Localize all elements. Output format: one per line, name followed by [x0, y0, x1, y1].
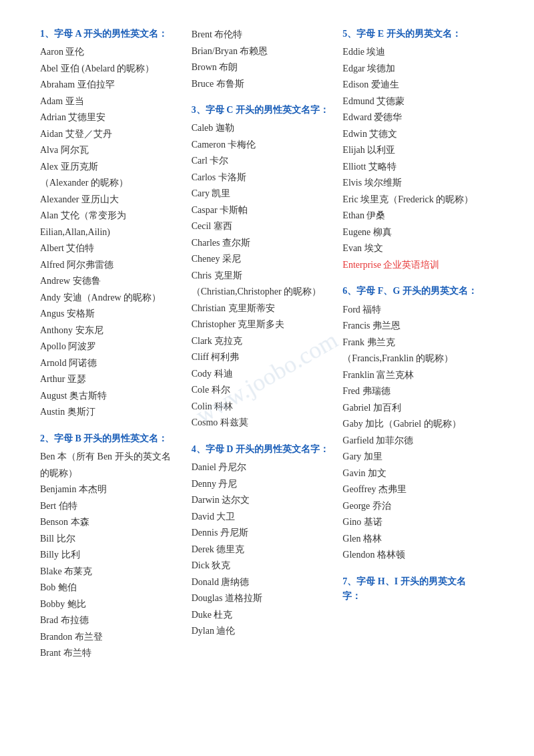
list-item: Gaby 加比（Gabriel 的昵称） [342, 416, 481, 433]
list-item: Alexander 亚历山大 [40, 192, 178, 208]
list-item: Gino 基诺 [342, 514, 481, 531]
list-item: Eric 埃里克（Frederick 的昵称） [342, 192, 481, 208]
list-item: Apollo 阿波罗 [40, 339, 178, 355]
list-item: Alva 阿尔瓦 [40, 142, 178, 159]
list-item: Fred 弗瑞德 [342, 383, 481, 400]
list-item: Glendon 格林顿 [342, 547, 481, 564]
list-item: Brown 布朗 [192, 59, 330, 76]
list-item: Cole 科尔 [192, 382, 330, 399]
list-item: Ford 福特 [342, 302, 481, 319]
list-item: Eddie 埃迪 [342, 44, 481, 61]
list-item: Carl 卡尔 [192, 153, 330, 170]
list-item: Bob 鲍伯 [40, 580, 178, 596]
main-content: 1、字母 A 开头的男性英文名：Aaron 亚伦Abel 亚伯 (Abelard… [40, 27, 494, 662]
list-item: Frank 弗兰克 [342, 335, 481, 351]
list-item: Caspar 卡斯帕 [192, 202, 330, 219]
list-item: August 奥古斯特 [40, 388, 178, 405]
list-item: Gabriel 加百利 [342, 400, 481, 417]
list-item: Aidan 艾登／艾丹 [40, 126, 178, 143]
list-item: Eugene 柳真 [342, 224, 481, 241]
list-item: Garfield 加菲尔德 [342, 433, 481, 449]
list-item: Brent 布伦特 [192, 27, 330, 43]
list-item: Benson 本森 [40, 514, 178, 531]
list-item: Glen 格林 [342, 531, 481, 548]
list-item: Clark 克拉克 [192, 333, 330, 350]
list-item: Alfred 阿尔弗雷德 [40, 257, 178, 274]
list-item: Adrian 艾德里安 [40, 110, 178, 126]
list-item: Edmund 艾德蒙 [342, 93, 481, 110]
list-item: Douglas 道格拉斯 [192, 590, 330, 607]
list-item: Benjamin 本杰明 [40, 482, 178, 498]
section-title: 3、字母 C 开头的男性英文名字： [192, 103, 330, 118]
list-item: Cody 科迪 [192, 366, 330, 383]
list-item: Ethan 伊桑 [342, 208, 481, 224]
list-item: Christopher 克里斯多夫 [192, 317, 330, 333]
list-item: Ben 本（所有 Ben 开头的英文名的昵称） [40, 449, 178, 482]
list-item: Brant 布兰特 [40, 645, 178, 662]
list-item: Geoffrey 杰弗里 [342, 482, 481, 498]
list-item: Elvis 埃尔维斯 [342, 175, 481, 192]
list-item: Adam 亚当 [40, 93, 178, 110]
list-item: Elijah 以利亚 [342, 142, 481, 159]
list-item: Aaron 亚伦 [40, 44, 178, 61]
section-title: 1、字母 A 开头的男性英文名： [40, 27, 178, 41]
list-item: Bert 伯特 [40, 498, 178, 515]
section-title: 2、字母 B 开头的男性英文名： [40, 431, 178, 446]
list-item: Cosmo 科兹莫 [192, 415, 330, 431]
list-item: Angus 安格斯 [40, 306, 178, 323]
list-item: Chris 克里斯 [192, 268, 330, 285]
list-item: Dick 狄克 [192, 558, 330, 574]
list-item: Gary 加里 [342, 449, 481, 465]
list-item: Blake 布莱克 [40, 564, 178, 580]
list-item: Cecil 塞西 [192, 218, 330, 235]
list-item: Brian/Bryan 布赖恩 [192, 43, 330, 60]
list-item: Bruce 布鲁斯 [192, 76, 330, 93]
list-item: Edgar 埃德加 [342, 61, 481, 77]
list-item: （Christian,Christopher 的昵称） [192, 284, 330, 301]
column-3: 5、字母 E 开头的男英文名：Eddie 埃迪Edgar 埃德加Edison 爱… [342, 27, 494, 607]
list-item: （Francis,Franklin 的昵称） [342, 351, 481, 367]
list-item: Arthur 亚瑟 [40, 371, 178, 388]
list-item: Duke 杜克 [192, 607, 330, 624]
spacer [40, 421, 178, 431]
spacer [342, 273, 481, 284]
spacer [342, 564, 481, 574]
list-item: Colin 科林 [192, 399, 330, 415]
list-item: Brad 布拉德 [40, 612, 178, 629]
list-item: Dylan 迪伦 [192, 623, 330, 640]
list-item: Cliff 柯利弗 [192, 349, 330, 366]
list-item: Andrew 安德鲁 [40, 273, 178, 290]
list-item: Andy 安迪（Andrew 的昵称） [40, 290, 178, 307]
list-item: Abel 亚伯 (Abelard 的昵称） [40, 61, 178, 77]
list-item: Darwin 达尔文 [192, 492, 330, 509]
list-item: Donald 唐纳德 [192, 574, 330, 591]
list-item: Francis 弗兰恩 [342, 318, 481, 335]
list-item: Derek 德里克 [192, 542, 330, 558]
list-item: Denny 丹尼 [192, 476, 330, 493]
section-title: 5、字母 E 开头的男英文名： [342, 27, 481, 41]
column-2: Brent 布伦特Brian/Bryan 布赖恩Brown 布朗Bruce 布鲁… [192, 27, 343, 640]
list-item: Anthony 安东尼 [40, 323, 178, 339]
list-item: Eilian,Allan,Ailin) [40, 224, 178, 241]
list-item: David 大卫 [192, 509, 330, 526]
list-item: Austin 奥斯汀 [40, 404, 178, 421]
list-item: Abraham 亚伯拉罕 [40, 77, 178, 93]
list-item: Dennis 丹尼斯 [192, 525, 330, 542]
section-title: 6、字母 F、G 开头的男英文名： [342, 284, 481, 299]
list-item: Edwin 艾德文 [342, 126, 481, 143]
list-item: （Alexander 的昵称） [40, 175, 178, 192]
section-title: 4、字母 D 开头的男性英文名字： [192, 442, 330, 457]
list-item: Alex 亚历克斯 [40, 159, 178, 176]
list-item: Alan 艾伦（常变形为 [40, 208, 178, 224]
list-item: Evan 埃文 [342, 240, 481, 257]
list-item: Elliott 艾略特 [342, 159, 481, 176]
list-item: Bill 比尔 [40, 531, 178, 548]
spacer [192, 92, 330, 103]
spacer [192, 431, 330, 442]
list-item: Cheney 采尼 [192, 251, 330, 268]
list-item: Charles 查尔斯 [192, 235, 330, 252]
list-item: Cary 凯里 [192, 186, 330, 202]
list-item: Daniel 丹尼尔 [192, 459, 330, 476]
column-1: 1、字母 A 开头的男性英文名：Aaron 亚伦Abel 亚伯 (Abelard… [40, 27, 192, 662]
list-item: Gavin 加文 [342, 465, 481, 482]
